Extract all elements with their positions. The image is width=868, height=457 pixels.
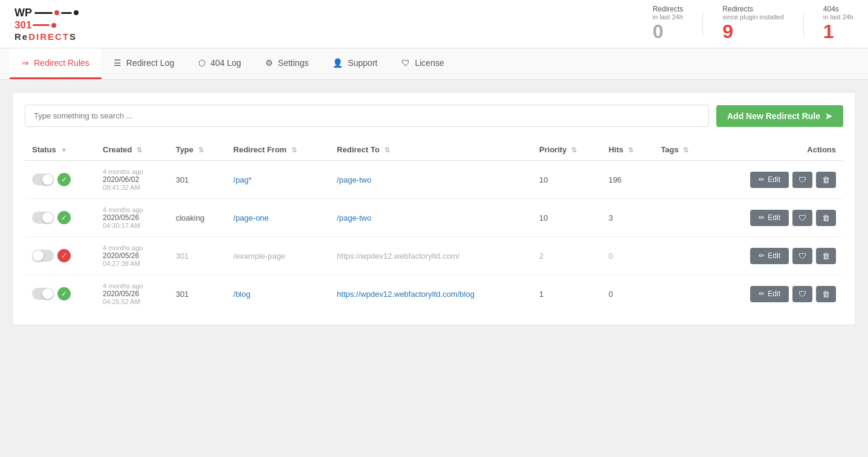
hits-value-0: 196 <box>609 175 622 184</box>
sort-type-icon[interactable]: ⇅ <box>198 146 204 154</box>
type-value-1: cloaking <box>176 213 205 222</box>
cell-actions-2: ✏ Edit 🛡 🗑 <box>710 237 843 275</box>
hits-value-1: 3 <box>609 213 613 222</box>
shield-button-1[interactable]: 🛡 <box>792 210 812 226</box>
cell-redirect-from-2: /example-page <box>226 237 329 275</box>
edit-button-3[interactable]: ✏ Edit <box>750 286 789 302</box>
edit-pencil-icon-0: ✏ <box>759 175 765 184</box>
stat-404s-24h: 404s in last 24h 1 <box>823 5 853 43</box>
col-redirect-to: Redirect To ⇅ <box>329 139 532 161</box>
logo-line-2 <box>61 12 72 14</box>
shield-icon-0: 🛡 <box>798 175 806 184</box>
redirect-rules-table: Status ▼ Created ⇅ Type ⇅ Redirect From … <box>25 139 843 313</box>
sort-hits-icon[interactable]: ⇅ <box>628 146 633 154</box>
table-header: Status ▼ Created ⇅ Type ⇅ Redirect From … <box>25 139 843 161</box>
priority-value-1: 10 <box>539 213 548 222</box>
date-time-2: 04:27:39 AM <box>103 260 161 267</box>
tab-404-log[interactable]: ⬡ 404 Log <box>186 48 253 79</box>
status-indicator-0: ✓ <box>57 173 71 186</box>
date-time-3: 04:26:52 AM <box>103 298 161 305</box>
tab-support-label: Support <box>348 58 377 68</box>
sort-from-icon[interactable]: ⇅ <box>291 146 297 154</box>
status-indicator-2: ✓ <box>57 249 71 262</box>
add-button-label: Add New Redirect Rule <box>727 111 820 121</box>
shield-button-0[interactable]: 🛡 <box>792 172 812 188</box>
date-time-0: 08:41:32 AM <box>103 184 161 191</box>
date-ago-2: 4 months ago <box>103 244 161 251</box>
search-input[interactable] <box>25 105 709 127</box>
logo-dot-red <box>54 10 59 15</box>
tab-redirect-rules[interactable]: ⇒ Redirect Rules <box>10 48 102 79</box>
cell-redirect-from-3: /blog <box>226 275 329 313</box>
redirect-from-link-3[interactable]: /blog <box>233 290 250 299</box>
sort-tags-icon[interactable]: ⇅ <box>683 146 688 154</box>
redirect-from-link-0[interactable]: /pag* <box>233 175 251 184</box>
redirect-to-link-0[interactable]: /page-two <box>337 175 371 184</box>
sort-to-icon[interactable]: ⇅ <box>384 146 390 154</box>
sort-created-icon[interactable]: ⇅ <box>137 146 142 154</box>
cell-tags-1 <box>653 199 710 237</box>
redirect-to-link-2[interactable]: https://wpdev12.webfactoryltd.com/ <box>337 251 459 261</box>
date-main-2: 2020/05/26 <box>103 251 161 260</box>
type-value-3: 301 <box>176 290 189 299</box>
hits-value-3: 0 <box>609 290 613 299</box>
trash-icon-2: 🗑 <box>822 251 830 261</box>
cell-created-2: 4 months ago 2020/05/26 04:27:39 AM <box>96 237 169 275</box>
trash-icon-3: 🗑 <box>822 290 830 299</box>
cell-status-1: ✓ <box>25 199 96 237</box>
edit-button-1[interactable]: ✏ Edit <box>750 210 789 226</box>
edit-button-0[interactable]: ✏ Edit <box>750 172 789 188</box>
delete-button-2[interactable]: 🗑 <box>816 248 836 264</box>
stat-divider-2 <box>803 12 804 36</box>
date-ago-0: 4 months ago <box>103 168 161 175</box>
table-body: ✓ 4 months ago 2020/06/02 08:41:32 AM 30… <box>25 161 843 313</box>
cell-status-0: ✓ <box>25 161 96 199</box>
tab-redirect-log[interactable]: ☰ Redirect Log <box>102 48 186 79</box>
cell-hits-2: 0 <box>601 237 654 275</box>
logo-redirects-text: ReDIRECTS <box>15 31 79 42</box>
date-ago-1: 4 months ago <box>103 206 161 213</box>
edit-pencil-icon-1: ✏ <box>759 213 765 222</box>
stat-redirects-24h: Redirects in last 24h 0 <box>653 5 684 43</box>
redirect-to-link-3[interactable]: https://wpdev12.webfactoryltd.com/blog <box>337 290 474 299</box>
toggle-0[interactable] <box>32 173 54 186</box>
tab-404-log-label: 404 Log <box>210 58 241 68</box>
date-time-1: 04:30:17 AM <box>103 222 161 229</box>
col-status: Status ▼ <box>25 139 96 161</box>
redirect-to-link-1[interactable]: /page-two <box>337 213 371 222</box>
trash-icon-1: 🗑 <box>822 213 830 222</box>
edit-button-2[interactable]: ✏ Edit <box>750 248 789 264</box>
cell-redirect-to-2: https://wpdev12.webfactoryltd.com/ <box>329 237 532 275</box>
cell-priority-2: 2 <box>532 237 601 275</box>
cell-priority-0: 10 <box>532 161 601 199</box>
priority-value-0: 10 <box>539 175 548 184</box>
shield-button-2[interactable]: 🛡 <box>792 248 812 264</box>
toolbar: Add New Redirect Rule ➤ <box>25 105 843 127</box>
add-new-redirect-button[interactable]: Add New Redirect Rule ➤ <box>716 105 843 127</box>
sort-priority-icon[interactable]: ⇅ <box>571 146 577 154</box>
sort-status-icon[interactable]: ▼ <box>60 146 67 154</box>
delete-button-0[interactable]: 🗑 <box>816 172 836 188</box>
cell-created-1: 4 months ago 2020/05/26 04:30:17 AM <box>96 199 169 237</box>
cell-redirect-from-1: /page-one <box>226 199 329 237</box>
cell-hits-3: 0 <box>601 275 654 313</box>
toggle-2[interactable] <box>32 250 54 262</box>
tab-redirect-rules-label: Redirect Rules <box>34 58 89 68</box>
col-priority: Priority ⇅ <box>532 139 601 161</box>
redirect-from-link-1[interactable]: /page-one <box>233 213 269 222</box>
toggle-3[interactable] <box>32 288 54 300</box>
tab-license[interactable]: 🛡 License <box>389 48 456 79</box>
logo-wp-text: WP <box>15 7 32 19</box>
cell-redirect-to-0: /page-two <box>329 161 532 199</box>
delete-button-3[interactable]: 🗑 <box>816 286 836 302</box>
redirect-from-link-2[interactable]: /example-page <box>233 251 285 261</box>
priority-value-3: 1 <box>539 290 543 299</box>
table-row: ✓ 4 months ago 2020/06/02 08:41:32 AM 30… <box>25 161 843 199</box>
delete-button-1[interactable]: 🗑 <box>816 210 836 226</box>
tab-support[interactable]: 👤 Support <box>320 48 389 79</box>
tab-settings[interactable]: ⚙ Settings <box>253 48 321 79</box>
shield-button-3[interactable]: 🛡 <box>792 286 812 302</box>
stats-bar: Redirects in last 24h 0 Redirects since … <box>653 5 853 43</box>
toggle-1[interactable] <box>32 212 54 224</box>
hits-value-2: 0 <box>609 251 613 261</box>
